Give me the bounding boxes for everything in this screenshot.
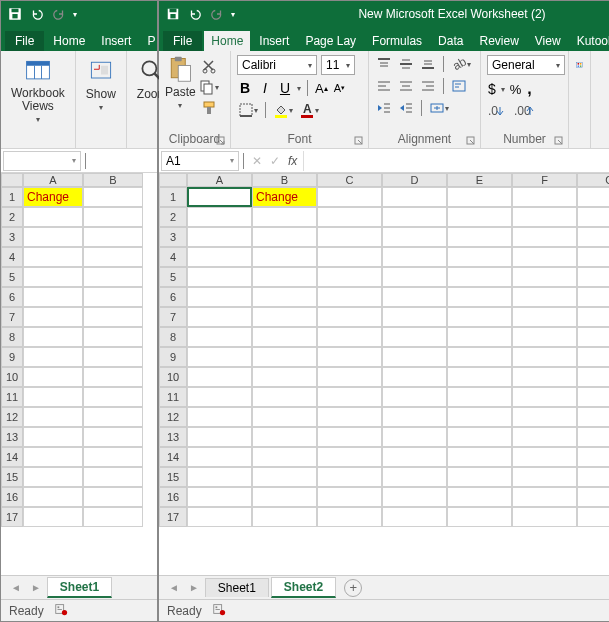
cell[interactable]: [83, 347, 143, 367]
cell[interactable]: [23, 347, 83, 367]
row-header[interactable]: 6: [159, 287, 187, 307]
cell[interactable]: [577, 227, 609, 247]
cell[interactable]: [187, 407, 252, 427]
font-name-combo[interactable]: Calibri▾: [237, 55, 317, 75]
col-header[interactable]: B: [83, 173, 143, 187]
undo-icon[interactable]: [29, 6, 45, 22]
cell[interactable]: [252, 367, 317, 387]
cell[interactable]: [512, 267, 577, 287]
cell[interactable]: [187, 467, 252, 487]
row-header[interactable]: 8: [159, 327, 187, 347]
cell[interactable]: [512, 467, 577, 487]
cell[interactable]: [187, 427, 252, 447]
cell[interactable]: Change: [23, 187, 83, 207]
cell[interactable]: [382, 307, 447, 327]
col-header[interactable]: C: [317, 173, 382, 187]
col-header[interactable]: B: [252, 173, 317, 187]
cell[interactable]: [382, 267, 447, 287]
tab-formulas[interactable]: Formulas: [365, 31, 429, 51]
cell[interactable]: [577, 367, 609, 387]
cell[interactable]: [23, 307, 83, 327]
cancel-icon[interactable]: ✕: [252, 154, 262, 168]
cell[interactable]: [252, 247, 317, 267]
cell[interactable]: [447, 287, 512, 307]
cell[interactable]: [512, 367, 577, 387]
increase-font-icon[interactable]: A▴: [314, 80, 329, 97]
row-header[interactable]: 14: [159, 447, 187, 467]
align-center-icon[interactable]: [397, 77, 415, 95]
cell[interactable]: [317, 327, 382, 347]
cell[interactable]: [512, 387, 577, 407]
cell[interactable]: [382, 207, 447, 227]
cell[interactable]: [512, 407, 577, 427]
cell[interactable]: [23, 507, 83, 527]
cell[interactable]: [83, 307, 143, 327]
cell[interactable]: [382, 327, 447, 347]
cell[interactable]: [512, 427, 577, 447]
cell[interactable]: [577, 287, 609, 307]
cell[interactable]: [187, 347, 252, 367]
row-header[interactable]: 1: [159, 187, 187, 207]
cell[interactable]: [317, 307, 382, 327]
sheet-nav-prev-icon[interactable]: ◄: [7, 582, 25, 593]
cell[interactable]: [252, 427, 317, 447]
cell[interactable]: [83, 447, 143, 467]
row-header[interactable]: 7: [159, 307, 187, 327]
tab-kutools[interactable]: Kutools ™: [570, 31, 609, 51]
cell[interactable]: [83, 207, 143, 227]
cell[interactable]: [317, 507, 382, 527]
cell[interactable]: [83, 327, 143, 347]
font-color-icon[interactable]: A▾: [298, 101, 320, 119]
cell[interactable]: [382, 387, 447, 407]
cell[interactable]: [512, 207, 577, 227]
cell[interactable]: [447, 187, 512, 207]
cell[interactable]: [187, 227, 252, 247]
row-header[interactable]: 8: [1, 327, 23, 347]
cell[interactable]: [83, 487, 143, 507]
cell[interactable]: [187, 447, 252, 467]
cell[interactable]: [447, 447, 512, 467]
cell[interactable]: [577, 347, 609, 367]
cell[interactable]: [83, 227, 143, 247]
cell[interactable]: [447, 507, 512, 527]
enter-icon[interactable]: ✓: [270, 154, 280, 168]
cell[interactable]: [577, 427, 609, 447]
cell[interactable]: [577, 467, 609, 487]
cell[interactable]: [382, 287, 447, 307]
cut-icon[interactable]: [198, 57, 220, 75]
cell[interactable]: [447, 347, 512, 367]
sheet-tab[interactable]: Sheet1: [205, 578, 269, 597]
spreadsheet-grid[interactable]: A B C D E F G 1Change 2 3 4 5 6 7 8 9 10…: [159, 173, 609, 527]
cell[interactable]: [23, 467, 83, 487]
decrease-font-icon[interactable]: A▾: [333, 81, 346, 95]
cell[interactable]: [512, 227, 577, 247]
cell[interactable]: [23, 367, 83, 387]
cell[interactable]: [23, 267, 83, 287]
dialog-launcher-icon[interactable]: [216, 136, 226, 146]
cell[interactable]: [512, 487, 577, 507]
cell[interactable]: [447, 327, 512, 347]
cell[interactable]: [447, 367, 512, 387]
format-painter-icon[interactable]: [198, 99, 220, 117]
cell[interactable]: [317, 367, 382, 387]
col-header[interactable]: D: [382, 173, 447, 187]
cell[interactable]: [317, 267, 382, 287]
cell[interactable]: [577, 387, 609, 407]
cell[interactable]: [252, 507, 317, 527]
new-sheet-button[interactable]: +: [344, 579, 362, 597]
show-button[interactable]: Show▾: [82, 55, 120, 114]
cell[interactable]: [382, 467, 447, 487]
select-all-corner[interactable]: [1, 173, 23, 187]
cell[interactable]: [577, 447, 609, 467]
tab-insert[interactable]: Insert: [94, 31, 138, 51]
save-icon[interactable]: [7, 6, 23, 22]
cell[interactable]: [23, 327, 83, 347]
merge-center-icon[interactable]: ▾: [428, 99, 450, 117]
cell[interactable]: [382, 507, 447, 527]
italic-icon[interactable]: I: [257, 79, 273, 97]
cell[interactable]: [23, 227, 83, 247]
cell[interactable]: [187, 247, 252, 267]
cell[interactable]: [512, 307, 577, 327]
cell[interactable]: [382, 347, 447, 367]
row-header[interactable]: 6: [1, 287, 23, 307]
